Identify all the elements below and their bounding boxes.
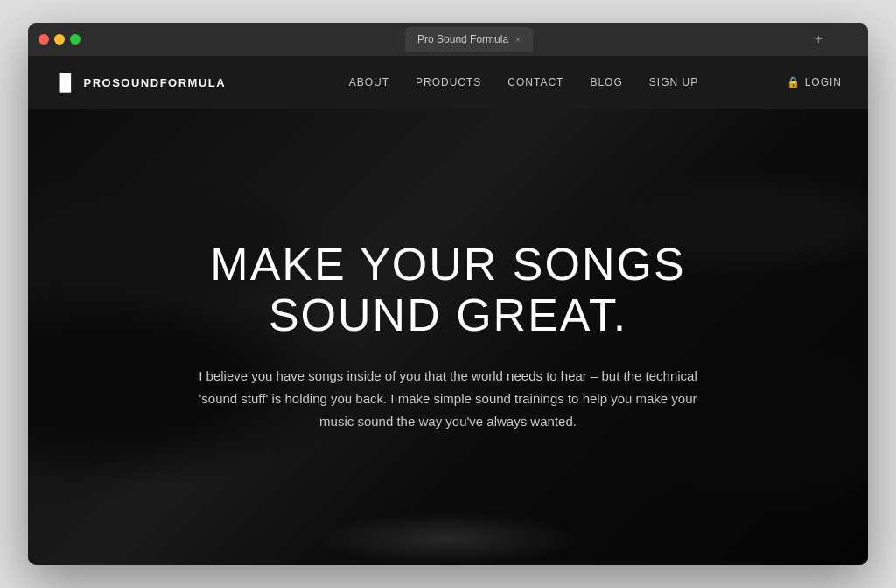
nav-about[interactable]: ABOUT xyxy=(349,76,389,88)
hero-subtitle: I believe you have songs inside of you t… xyxy=(194,365,702,434)
nav-products[interactable]: PRODUCTS xyxy=(416,76,481,88)
nav-right: 🔒 LOGIN xyxy=(787,76,842,88)
login-link[interactable]: 🔒 LOGIN xyxy=(787,76,842,88)
browser-tab[interactable]: Pro Sound Formula × xyxy=(405,27,533,52)
lock-icon: 🔒 xyxy=(787,76,801,88)
minimize-button[interactable] xyxy=(54,34,65,45)
bottom-glow xyxy=(317,513,579,565)
close-button[interactable] xyxy=(38,34,49,45)
nav-blog[interactable]: BLOG xyxy=(590,76,622,88)
hero-content: MAKE YOUR SONGS SOUND GREAT. I believe y… xyxy=(150,240,746,433)
title-bar: Pro Sound Formula × + xyxy=(28,23,868,56)
tab-close-icon[interactable]: × xyxy=(515,35,521,45)
maximize-button[interactable] xyxy=(70,34,80,45)
hero-section: MAKE YOUR SONGS SOUND GREAT. I believe y… xyxy=(28,108,868,565)
nav-signup[interactable]: SIGN UP xyxy=(649,76,698,88)
tab-title: Pro Sound Formula xyxy=(417,33,508,46)
logo-text: PROSOUNDFORMULA xyxy=(84,76,227,89)
website: ▐▌ PROSOUNDFORMULA ABOUT PRODUCTS CONTAC… xyxy=(28,56,868,565)
browser-window: Pro Sound Formula × + ▐▌ PROSOUNDFORMULA… xyxy=(28,23,868,565)
hero-title: MAKE YOUR SONGS SOUND GREAT. xyxy=(168,240,728,340)
nav-contact[interactable]: CONTACT xyxy=(508,76,564,88)
traffic-lights xyxy=(38,34,80,45)
nav-links: ABOUT PRODUCTS CONTACT BLOG SIGN UP xyxy=(261,76,787,88)
new-tab-button[interactable]: + xyxy=(815,32,822,47)
navbar: ▐▌ PROSOUNDFORMULA ABOUT PRODUCTS CONTAC… xyxy=(28,56,868,108)
logo-area[interactable]: ▐▌ PROSOUNDFORMULA xyxy=(54,74,226,92)
logo-icon: ▐▌ xyxy=(54,74,77,92)
login-label: LOGIN xyxy=(805,76,842,88)
